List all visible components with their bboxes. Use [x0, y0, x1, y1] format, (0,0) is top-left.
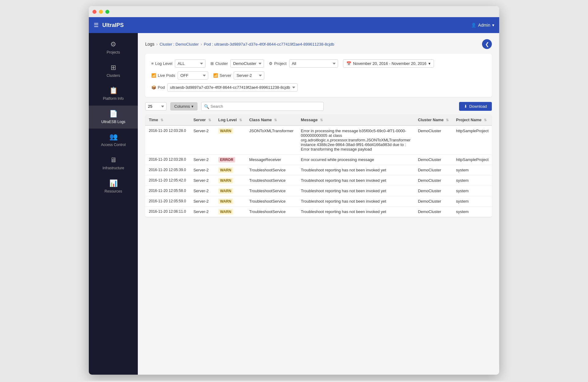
- cell-message: Troubleshoot reporting has not been invo…: [297, 186, 414, 196]
- titlebar: [89, 6, 499, 17]
- cell-server: Server-2: [190, 165, 214, 175]
- download-button[interactable]: ⬇ Download: [459, 102, 492, 111]
- date-chevron-icon: ▾: [428, 61, 431, 66]
- col-time[interactable]: Time ⇅: [145, 114, 190, 125]
- columns-button[interactable]: Columns ▾: [170, 102, 198, 110]
- breadcrumb-pod-link[interactable]: Pod : ultraesb-3d9897a7-d37e-4f0f-8644-c…: [204, 42, 334, 47]
- access-control-icon: 👥: [109, 133, 118, 141]
- cell-class-name: JSONToXMLTransformer: [246, 125, 297, 155]
- cell-server: Server-2: [190, 175, 214, 186]
- cell-cluster-name: DemoCluster: [414, 196, 452, 207]
- sidebar-item-projects[interactable]: ⚙ Projects: [89, 36, 138, 59]
- project-icon: ⚙: [269, 61, 273, 66]
- user-menu[interactable]: 👤 Admin ▾: [471, 23, 494, 28]
- sidebar-label-platform-info: Platform Info: [103, 96, 124, 101]
- date-range-button[interactable]: 📅 November 20, 2016 - November 20, 2016 …: [343, 59, 434, 68]
- log-level-filter: ≡ Log Level ALL DEBUG INFO WARN ERROR: [151, 59, 205, 68]
- cluster-select[interactable]: DemoCluster: [230, 59, 264, 68]
- project-select[interactable]: All: [289, 59, 338, 68]
- projects-icon: ⚙: [110, 40, 116, 48]
- date-range-filter: 📅 November 20, 2016 - November 20, 2016 …: [343, 59, 434, 68]
- server-select[interactable]: Server-2: [234, 71, 264, 80]
- cell-cluster-name: DemoCluster: [414, 125, 452, 155]
- resources-icon: 📊: [109, 179, 118, 187]
- cell-time: 2016-11-20 12:05:58.0: [145, 186, 190, 196]
- cell-project-name: system: [452, 186, 492, 196]
- sidebar-label-access-control: Access Control: [101, 143, 126, 148]
- maximize-button[interactable]: [105, 10, 109, 14]
- pod-filter: 📦 Pod ultraesb-3d9897a7-d37e-4f0f-8644-c…: [151, 83, 298, 92]
- sidebar-item-platform-info[interactable]: 📋 Platform Info: [89, 82, 138, 106]
- cell-class-name: TroubleshootService: [246, 196, 297, 207]
- search-icon: 🔍: [204, 104, 209, 109]
- pod-icon: 📦: [151, 85, 156, 90]
- log-level-label: ≡ Log Level: [151, 61, 172, 66]
- clusters-icon: ⊞: [111, 64, 116, 72]
- sidebar-label-ultraesb-logs: UltraESB Logs: [101, 120, 126, 125]
- sidebar-label-projects: Projects: [107, 50, 120, 55]
- cell-time: 2016-11-20 12:03:28.0: [145, 155, 190, 165]
- cluster-icon: ⊞: [210, 61, 214, 66]
- sidebar-label-infrastructure: Infrastructure: [103, 166, 124, 171]
- cell-message: Troubleshoot reporting has not been invo…: [297, 175, 414, 186]
- breadcrumb-cluster-link[interactable]: Cluster : DemoCluster: [160, 42, 199, 47]
- pod-filter-label: 📦 Pod: [151, 85, 165, 90]
- server-filter-label: 📶 Server: [213, 73, 231, 78]
- cell-cluster-name: DemoCluster: [414, 155, 452, 165]
- cell-class-name: TroubleshootService: [246, 186, 297, 196]
- cell-time: 2016-11-20 12:05:42.0: [145, 175, 190, 186]
- close-button[interactable]: [92, 10, 96, 14]
- download-icon: ⬇: [464, 104, 467, 109]
- page-size-select[interactable]: 25 50 100: [145, 102, 167, 110]
- table-row: 2016-11-20 12:03:28.0 Server-2 WARN JSON…: [145, 125, 492, 155]
- sidebar-label-clusters: Clusters: [107, 73, 120, 78]
- cell-message: Troubleshoot reporting has not been invo…: [297, 165, 414, 175]
- cell-time: 2016-11-20 12:03:28.0: [145, 125, 190, 155]
- cell-message: Troubleshoot reporting has not been invo…: [297, 196, 414, 207]
- sidebar-item-ultraesb-logs[interactable]: 📄 UltraESB Logs: [89, 106, 138, 129]
- minimize-button[interactable]: [99, 10, 103, 14]
- pod-select[interactable]: ultraesb-3d9897a7-d37e-4f0f-8644-cc77419…: [167, 83, 298, 92]
- search-input[interactable]: [209, 102, 321, 110]
- download-label: Download: [469, 104, 487, 109]
- table-row: 2016-11-20 12:03:28.0 Server-2 ERROR Mes…: [145, 155, 492, 165]
- cell-time: 2016-11-20 12:06:11.0: [145, 207, 190, 217]
- table-row: 2016-11-20 12:05:42.0 Server-2 WARN Trou…: [145, 175, 492, 186]
- table-row: 2016-11-20 12:05:39.0 Server-2 WARN Trou…: [145, 165, 492, 175]
- menu-icon[interactable]: ☰: [94, 22, 99, 28]
- sidebar-item-resources[interactable]: 📊 Resources: [89, 175, 138, 198]
- cell-time: 2016-11-20 12:05:59.0: [145, 196, 190, 207]
- live-pods-label: 📶 Live Pods: [151, 73, 175, 78]
- sidebar-item-access-control[interactable]: 👥 Access Control: [89, 129, 138, 152]
- cell-class-name: TroubleshootService: [246, 207, 297, 217]
- col-message[interactable]: Message ⇅: [297, 114, 414, 125]
- cell-log-level: WARN: [215, 196, 246, 207]
- cell-log-level: ERROR: [215, 155, 246, 165]
- log-level-select[interactable]: ALL DEBUG INFO WARN ERROR: [175, 59, 205, 68]
- col-class-name[interactable]: Class Name ⇅: [246, 114, 297, 125]
- sidebar-item-infrastructure[interactable]: 🖥 Infrastructure: [89, 152, 138, 175]
- col-server[interactable]: Server ⇅: [190, 114, 214, 125]
- cell-message: Error in processing the message b35f00c5…: [297, 125, 414, 155]
- server-filter: 📶 Server Server-2: [213, 71, 264, 80]
- col-cluster-name[interactable]: Cluster Name ⇅: [414, 114, 452, 125]
- cell-project-name: system: [452, 196, 492, 207]
- main-content: Logs › Cluster : DemoCluster › Pod : ult…: [138, 33, 499, 375]
- table-controls: 25 50 100 Columns ▾ 🔍 ⬇ D: [145, 102, 492, 111]
- col-log-level[interactable]: Log Level ⇅: [215, 114, 246, 125]
- columns-label: Columns: [174, 104, 190, 109]
- search-group: 🔍: [201, 102, 324, 111]
- user-label: Admin: [478, 23, 490, 28]
- back-button[interactable]: ❮: [482, 39, 492, 49]
- cell-log-level: WARN: [215, 175, 246, 186]
- live-pods-select[interactable]: OFF ON: [178, 71, 208, 80]
- cell-cluster-name: DemoCluster: [414, 186, 452, 196]
- date-range-label: November 20, 2016 - November 20, 2016: [353, 61, 427, 66]
- cell-server: Server-2: [190, 186, 214, 196]
- calendar-icon: 📅: [346, 61, 351, 66]
- sidebar-item-clusters[interactable]: ⊞ Clusters: [89, 59, 138, 83]
- project-filter: ⚙ Project All: [269, 59, 338, 68]
- cell-class-name: TroubleshootService: [246, 175, 297, 186]
- user-chevron-icon: ▾: [492, 23, 494, 28]
- col-project-name[interactable]: Project Name ⇅: [452, 114, 492, 125]
